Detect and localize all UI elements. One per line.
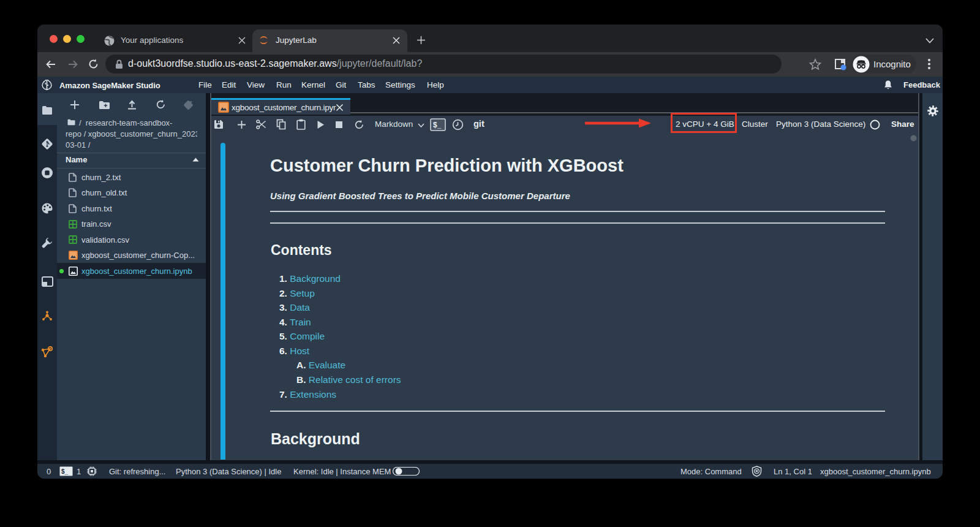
svg-text:$_: $_ [61,468,69,475]
svg-text:$_: $_ [433,121,442,129]
